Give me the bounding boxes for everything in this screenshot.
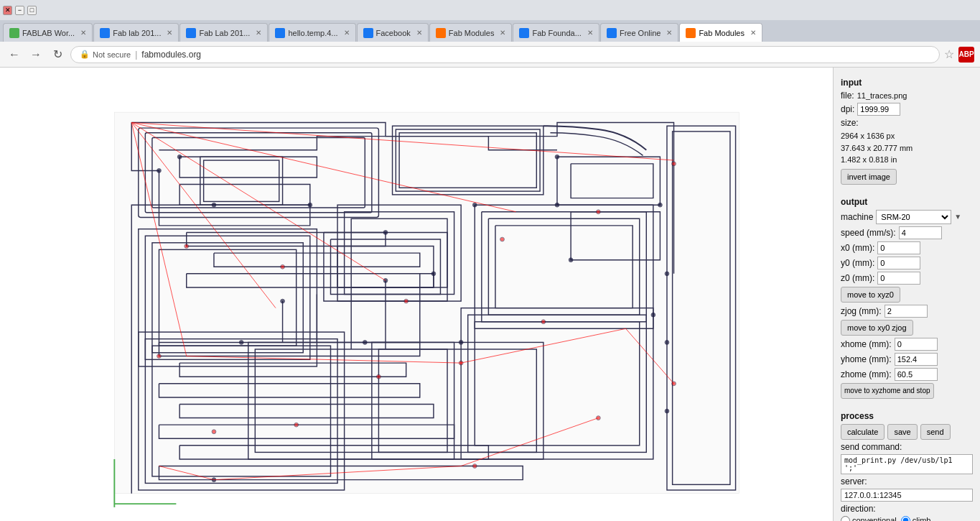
tab-close-icon[interactable]: ✕ bbox=[500, 29, 505, 37]
calculate-button[interactable]: calculate bbox=[841, 424, 885, 440]
svg-point-40 bbox=[363, 341, 367, 345]
adblock-button[interactable]: ABP bbox=[958, 47, 974, 63]
tab-fab-foundation[interactable]: Fab Founda... ✕ bbox=[513, 23, 599, 42]
climb-radio-label[interactable]: climb bbox=[901, 516, 931, 522]
move-xy0-zjog-row: move to xy0 zjog bbox=[841, 320, 973, 336]
svg-point-58 bbox=[377, 374, 381, 379]
tab-fab-modules-active[interactable]: Fab Modules ✕ bbox=[679, 23, 762, 42]
z0-row: z0 (mm): bbox=[841, 272, 973, 285]
tab-close-icon[interactable]: ✕ bbox=[256, 29, 261, 37]
tab-favicon bbox=[436, 28, 446, 38]
tab-free-online[interactable]: Free Online ✕ bbox=[600, 23, 678, 42]
svg-point-38 bbox=[665, 409, 669, 413]
tab-bar: FABLAB Wor... ✕ Fab lab 201... ✕ Fab Lab… bbox=[0, 20, 980, 42]
close-button[interactable]: ✕ bbox=[3, 6, 12, 15]
svg-point-36 bbox=[665, 272, 669, 276]
minimize-button[interactable]: − bbox=[15, 6, 24, 15]
tab-hello-temp[interactable]: hello.temp.4... ✕ bbox=[269, 23, 355, 42]
invert-image-button[interactable]: invert image bbox=[841, 169, 897, 185]
tab-close-icon[interactable]: ✕ bbox=[80, 29, 86, 37]
maximize-button[interactable]: □ bbox=[27, 6, 37, 15]
tab-favicon bbox=[9, 28, 19, 38]
conventional-radio-label[interactable]: conventional bbox=[841, 516, 897, 522]
server-label-row: server: bbox=[841, 476, 973, 487]
dpi-row: dpi: bbox=[841, 103, 973, 116]
move-xyz0-button[interactable]: move to xyz0 bbox=[841, 287, 900, 303]
tab-close-icon[interactable]: ✕ bbox=[416, 29, 422, 37]
file-row: file: 11_traces.png bbox=[841, 91, 973, 101]
tab-label: Fab Modules bbox=[449, 29, 495, 37]
svg-point-43 bbox=[472, 203, 477, 207]
move-home-button[interactable]: move to xyzhome and stop bbox=[841, 383, 934, 399]
yhome-input[interactable] bbox=[895, 353, 938, 366]
process-buttons-row: calculate save send bbox=[841, 424, 973, 440]
server-value[interactable]: 127.0.0.1:12345 bbox=[841, 489, 973, 502]
y0-row: y0 (mm): bbox=[841, 257, 973, 269]
svg-point-29 bbox=[157, 169, 162, 173]
dpi-input[interactable] bbox=[857, 103, 900, 116]
svg-point-60 bbox=[212, 430, 216, 434]
tab-close-icon[interactable]: ✕ bbox=[344, 29, 350, 37]
yhome-row: yhome (mm): bbox=[841, 353, 973, 366]
svg-rect-1 bbox=[114, 112, 739, 494]
zhome-row: zhome (mm): bbox=[841, 368, 973, 381]
tab-fablab2017[interactable]: Fab Lab 201... ✕ bbox=[179, 23, 268, 42]
back-button[interactable]: ← bbox=[6, 46, 23, 63]
svg-point-41 bbox=[459, 341, 463, 345]
machine-select[interactable]: SRM-20 Roland MDX-40 Other bbox=[876, 210, 951, 224]
tab-fablab2018[interactable]: Fab lab 201... ✕ bbox=[93, 23, 179, 42]
zjog-row: zjog (mm): bbox=[841, 305, 973, 318]
z0-input[interactable] bbox=[877, 272, 920, 285]
climb-radio[interactable] bbox=[901, 516, 910, 522]
svg-point-61 bbox=[472, 464, 477, 469]
x0-input[interactable] bbox=[877, 241, 920, 254]
tab-favicon bbox=[607, 28, 617, 38]
tab-label: Fab Founda... bbox=[532, 29, 582, 37]
x0-label: x0 (mm): bbox=[841, 243, 874, 253]
svg-point-45 bbox=[383, 279, 388, 283]
nav-bar: ← → ↻ 🔒 Not secure | fabmodules.org ☆ AB… bbox=[0, 42, 980, 68]
xhome-row: xhome (mm): bbox=[841, 338, 973, 351]
svg-point-48 bbox=[177, 155, 182, 159]
tab-close-icon[interactable]: ✕ bbox=[167, 29, 172, 37]
tab-label: Fab Lab 201... bbox=[199, 29, 250, 37]
dpi-label: dpi: bbox=[841, 104, 854, 114]
y0-label: y0 (mm): bbox=[841, 258, 874, 268]
size-in: 1.482 x 0.818 in bbox=[841, 154, 973, 166]
tab-close-icon[interactable]: ✕ bbox=[666, 29, 672, 37]
svg-point-44 bbox=[281, 299, 285, 303]
send-command-value[interactable]: mod_print.py /dev/usb/lp1 ';' bbox=[841, 454, 973, 474]
tab-label: Facebook bbox=[376, 29, 411, 37]
svg-point-34 bbox=[658, 203, 663, 207]
tab-favicon bbox=[186, 28, 196, 38]
tab-fablab-wor[interactable]: FABLAB Wor... ✕ bbox=[3, 23, 93, 42]
zhome-input[interactable] bbox=[895, 368, 938, 381]
tab-close-icon[interactable]: ✕ bbox=[587, 29, 593, 37]
svg-point-52 bbox=[404, 299, 409, 303]
svg-point-31 bbox=[383, 231, 388, 235]
bookmark-icon[interactable]: ☆ bbox=[944, 47, 954, 61]
main-content: input file: 11_traces.png dpi: size: 296… bbox=[0, 68, 980, 521]
xhome-input[interactable] bbox=[895, 338, 938, 351]
move-xy0-zjog-button[interactable]: move to xy0 zjog bbox=[841, 320, 913, 336]
reload-button[interactable]: ↻ bbox=[49, 46, 66, 63]
size-mm: 37.643 x 20.777 mm bbox=[841, 142, 973, 155]
svg-point-55 bbox=[672, 162, 676, 166]
conventional-radio[interactable] bbox=[841, 516, 850, 522]
address-bar[interactable]: 🔒 Not secure | fabmodules.org bbox=[70, 46, 940, 63]
server-label: server: bbox=[841, 476, 867, 487]
svg-point-57 bbox=[541, 320, 546, 324]
speed-input[interactable] bbox=[899, 226, 942, 239]
speed-label: speed (mm/s): bbox=[841, 228, 896, 238]
send-button[interactable]: send bbox=[920, 424, 951, 440]
size-label: size: bbox=[841, 118, 859, 128]
y0-input[interactable] bbox=[877, 257, 920, 269]
save-button[interactable]: save bbox=[887, 424, 917, 440]
tab-close-icon[interactable]: ✕ bbox=[750, 29, 756, 37]
tab-fab-modules-1[interactable]: Fab Modules ✕ bbox=[429, 23, 513, 42]
svg-point-39 bbox=[239, 341, 243, 345]
forward-button[interactable]: → bbox=[27, 46, 45, 63]
tab-facebook[interactable]: Facebook ✕ bbox=[357, 23, 429, 42]
svg-point-37 bbox=[665, 341, 669, 345]
zjog-input[interactable] bbox=[885, 305, 928, 318]
